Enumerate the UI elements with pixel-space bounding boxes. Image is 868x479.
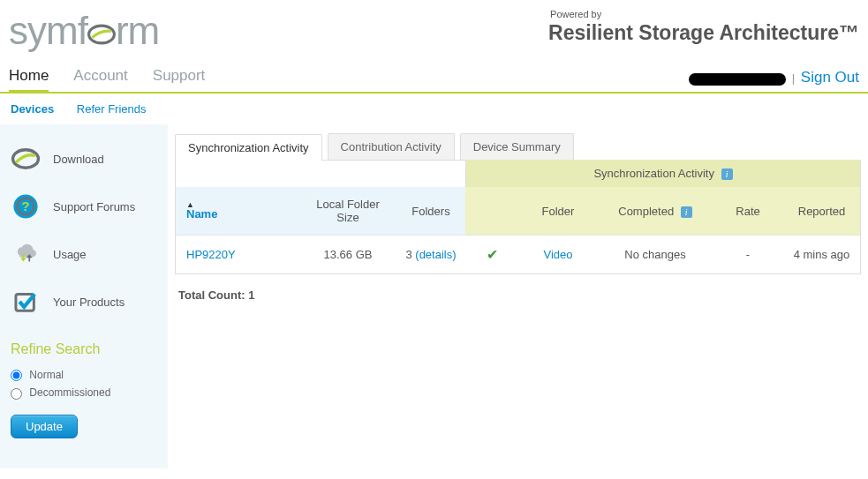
col-folder[interactable]: Folder	[518, 187, 598, 236]
sidebar-item-label: Support Forums	[53, 200, 135, 213]
info-icon[interactable]: i	[721, 168, 733, 180]
subnav-refer-friends[interactable]: Refer Friends	[77, 102, 147, 116]
col-reported[interactable]: Reported	[783, 187, 860, 236]
device-link[interactable]: HP9220Y	[186, 248, 236, 261]
checkmark-icon: ✔	[487, 247, 498, 262]
col-rate[interactable]: Rate	[713, 187, 783, 236]
checkbox-icon	[11, 287, 41, 317]
nav-support[interactable]: Support	[153, 67, 206, 92]
radio-normal[interactable]	[11, 370, 22, 381]
svg-point-0	[88, 26, 114, 43]
info-icon[interactable]: i	[681, 206, 692, 218]
nav-home[interactable]: Home	[9, 67, 49, 94]
sidebar-item-label: Your Products	[53, 296, 125, 309]
architecture-title: Resilient Storage Architecture™	[548, 21, 859, 45]
folder-link[interactable]: Video	[543, 248, 572, 261]
tab-contribution-activity[interactable]: Contribution Activity	[328, 133, 455, 160]
logo-swirl-icon	[86, 15, 117, 47]
total-count: Total Count: 1	[175, 274, 861, 316]
question-icon: ?	[11, 191, 41, 221]
sidebar-item-download[interactable]: Download	[0, 135, 168, 183]
svg-point-1	[13, 150, 39, 168]
subnav-devices[interactable]: Devices	[11, 102, 54, 116]
cell-reported: 4 mins ago	[783, 236, 860, 274]
cloud-sync-icon	[11, 239, 41, 269]
powered-by: Powered by	[548, 9, 859, 19]
col-folders[interactable]: Folders	[396, 187, 465, 236]
sidebar-item-label: Usage	[53, 248, 87, 261]
svg-text:?: ?	[21, 198, 29, 213]
table-row: HP9220Y 13.66 GB 3 (details) ✔ Video No …	[176, 236, 860, 274]
download-icon	[11, 144, 41, 174]
radio-normal-label[interactable]: Normal	[11, 366, 157, 384]
user-bar: | Sign Out	[689, 69, 859, 92]
radio-decommissioned[interactable]	[11, 388, 22, 400]
details-link[interactable]: (details)	[415, 248, 456, 261]
sidebar-item-your-products[interactable]: Your Products	[0, 278, 168, 326]
cell-folders: 3 (details)	[396, 236, 465, 274]
update-button[interactable]: Update	[11, 415, 78, 438]
username-redacted	[689, 73, 786, 86]
col-local-folder-size[interactable]: Local Folder Size	[299, 187, 396, 236]
sidebar: Download ? Support Forums Usage Your Pro…	[0, 124, 168, 468]
col-name[interactable]: ▲ Name	[176, 187, 299, 236]
tab-device-summary[interactable]: Device Summary	[460, 133, 574, 160]
refine-search-title: Refine Search	[11, 341, 157, 357]
sidebar-item-usage[interactable]: Usage	[0, 230, 168, 278]
panel-title: Synchronization Activity i	[465, 160, 860, 187]
sidebar-item-label: Download	[53, 153, 104, 166]
logo: symf rm	[9, 9, 159, 53]
cell-completed: No changes	[598, 236, 713, 274]
sign-out-link[interactable]: Sign Out	[801, 69, 859, 91]
nav-account[interactable]: Account	[73, 67, 127, 92]
radio-decommissioned-label[interactable]: Decommissioned	[11, 384, 157, 401]
cell-local-folder-size: 13.66 GB	[299, 236, 396, 274]
tab-sync-activity[interactable]: Synchronization Activity	[175, 134, 322, 161]
cell-rate: -	[713, 236, 783, 274]
tagline: Powered by Resilient Storage Architectur…	[548, 9, 859, 45]
sidebar-item-support-forums[interactable]: ? Support Forums	[0, 183, 168, 230]
col-completed[interactable]: Completed i	[598, 187, 713, 236]
col-status	[465, 187, 518, 236]
